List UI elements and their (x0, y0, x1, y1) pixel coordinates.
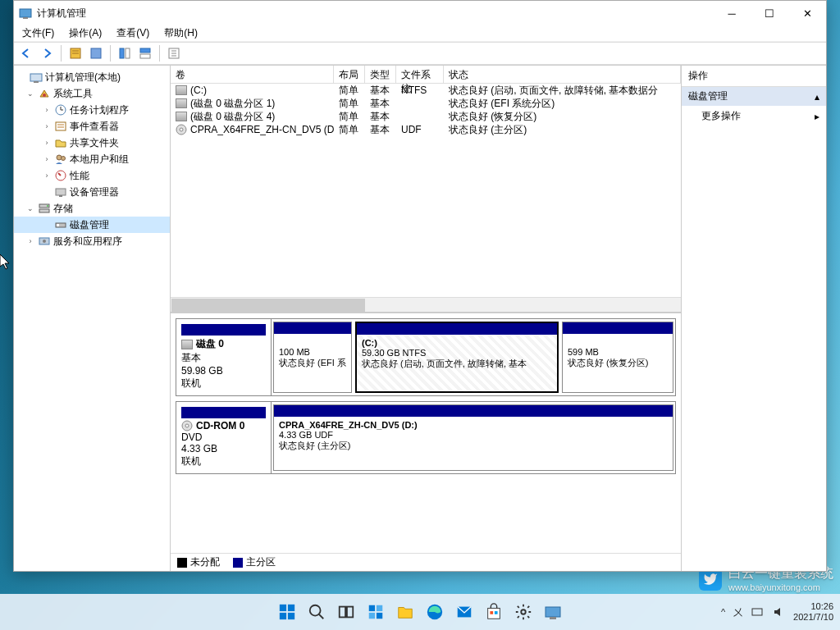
svg-rect-23 (57, 224, 59, 226)
partition-dvd[interactable]: CPRA_X64FRE_ZH-CN_DV5 (D:)4.33 GB UDF状态良… (273, 404, 673, 471)
svg-rect-39 (369, 613, 375, 619)
svg-point-21 (47, 205, 48, 207)
tree-event-viewer[interactable]: ›事件查看器 (14, 118, 170, 135)
system-tray[interactable]: ^ 㐅 10:26 2021/7/10 (721, 601, 833, 623)
settings-button[interactable] (513, 601, 534, 623)
toolbar-btn-5[interactable] (165, 44, 183, 62)
drive-icon (176, 112, 187, 121)
svg-rect-1 (23, 17, 28, 19)
partition-efi[interactable]: 100 MB状态良好 (EFI 系 (273, 322, 352, 393)
taskbar[interactable]: ^ 㐅 10:26 2021/7/10 (0, 594, 840, 630)
volume-row[interactable]: (磁盘 0 磁盘分区 4)简单基本状态良好 (恢复分区) (171, 110, 681, 123)
disk-0-info[interactable]: 磁盘 0 基本 59.98 GB 联机 (176, 319, 272, 395)
svg-rect-48 (550, 617, 556, 619)
minimize-button[interactable]: ─ (713, 1, 751, 25)
partition-recovery[interactable]: 599 MB状态良好 (恢复分区) (562, 322, 673, 393)
tray-chevron-icon[interactable]: ^ (721, 607, 725, 617)
search-button[interactable] (306, 601, 327, 623)
tree-task-scheduler[interactable]: ›任务计划程序 (14, 102, 170, 118)
tree-users-groups[interactable]: ›本地用户和组 (14, 151, 170, 167)
col-fs[interactable]: 文件系统 (396, 66, 444, 83)
chevron-right-icon: ▸ (815, 111, 819, 122)
disc-icon (181, 420, 193, 431)
svg-point-27 (180, 128, 183, 131)
svg-rect-30 (280, 605, 286, 611)
disk-graphical-view: 磁盘 0 基本 59.98 GB 联机 100 MB状态良好 (EFI 系 (C… (171, 312, 681, 553)
svg-point-11 (43, 94, 46, 97)
svg-point-15 (62, 157, 66, 161)
window-title: 计算机管理 (37, 7, 713, 21)
volume-row[interactable]: (磁盘 0 磁盘分区 1)简单基本状态良好 (EFI 系统分区) (171, 97, 681, 110)
task-view-button[interactable] (336, 601, 357, 623)
menu-file[interactable]: 文件(F) (22, 26, 54, 40)
svg-point-29 (185, 424, 189, 427)
mouse-cursor (0, 254, 11, 271)
mail-button[interactable] (454, 601, 475, 623)
tree-storage[interactable]: ⌄存储 (14, 200, 170, 217)
col-status[interactable]: 状态 (444, 66, 681, 83)
tray-volume-icon[interactable] (772, 605, 785, 619)
partition-c[interactable]: (C:)59.30 GB NTFS状态良好 (启动, 页面文件, 故障转储, 基… (355, 322, 559, 393)
toolbar-btn-4[interactable] (136, 44, 154, 62)
close-button[interactable]: ✕ (788, 1, 826, 25)
widgets-button[interactable] (365, 601, 386, 623)
menu-action[interactable]: 操作(A) (69, 26, 102, 40)
disc-icon (176, 124, 187, 135)
cdrom-0-info[interactable]: CD-ROM 0 DVD 4.33 GB 联机 (176, 402, 272, 473)
cdrom-0-row[interactable]: CD-ROM 0 DVD 4.33 GB 联机 CPRA_X64FRE_ZH-C… (176, 401, 676, 474)
svg-rect-40 (377, 613, 382, 619)
svg-rect-36 (347, 607, 353, 618)
tree-performance[interactable]: ›性能 (14, 167, 170, 184)
action-more[interactable]: 更多操作▸ (682, 106, 826, 126)
tray-ime-icon[interactable]: 㐅 (733, 606, 742, 619)
svg-rect-4 (120, 48, 124, 58)
tree-root[interactable]: 计算机管理(本地) (14, 69, 170, 85)
action-section-diskmgmt[interactable]: 磁盘管理▴ (682, 87, 826, 106)
tray-time[interactable]: 10:26 (793, 601, 833, 612)
volume-list[interactable]: (C:)简单基本NTFS状态良好 (启动, 页面文件, 故障转储, 基本数据分 … (171, 84, 681, 297)
drive-icon (176, 98, 187, 108)
tree-system-tools[interactable]: ⌄系统工具 (14, 85, 170, 102)
toolbar-btn-2[interactable] (87, 44, 105, 62)
forward-button[interactable] (38, 44, 56, 62)
start-button[interactable] (276, 601, 298, 623)
tree-services-apps[interactable]: ›服务和应用程序 (14, 233, 170, 249)
col-layout[interactable]: 布局 (334, 66, 365, 83)
tray-network-icon[interactable] (751, 605, 764, 619)
svg-rect-10 (34, 81, 39, 83)
tree-disk-management[interactable]: 磁盘管理 (14, 217, 170, 233)
svg-rect-49 (752, 609, 762, 615)
svg-rect-7 (140, 54, 150, 58)
toolbar-btn-1[interactable] (66, 44, 84, 62)
store-button[interactable] (483, 601, 504, 623)
compmgmt-taskbar-button[interactable] (542, 601, 564, 623)
toolbar-btn-3[interactable] (116, 44, 134, 62)
action-pane: 操作 磁盘管理▴ 更多操作▸ (682, 66, 826, 571)
menu-help[interactable]: 帮助(H) (164, 26, 198, 40)
volume-row[interactable]: CPRA_X64FRE_ZH-CN_DV5 (D:)简单基本UDF状态良好 (主… (171, 123, 681, 136)
edge-button[interactable] (424, 601, 445, 623)
tree-shared-folders[interactable]: ›共享文件夹 (14, 135, 170, 151)
menubar: 文件(F) 操作(A) 查看(V) 帮助(H) (14, 25, 826, 42)
menu-view[interactable]: 查看(V) (116, 26, 149, 40)
svg-rect-17 (56, 189, 66, 195)
h-scrollbar[interactable] (171, 297, 681, 312)
svg-rect-31 (288, 605, 294, 611)
drive-icon (176, 85, 187, 95)
tray-date[interactable]: 2021/7/10 (793, 612, 833, 623)
disk-0-row[interactable]: 磁盘 0 基本 59.98 GB 联机 100 MB状态良好 (EFI 系 (C… (176, 318, 676, 396)
volume-row[interactable]: (C:)简单基本NTFS状态良好 (启动, 页面文件, 故障转储, 基本数据分 (171, 84, 681, 97)
svg-point-34 (310, 605, 321, 616)
svg-rect-3 (91, 48, 101, 58)
tree-device-manager[interactable]: 设备管理器 (14, 184, 170, 200)
col-volume[interactable]: 卷 (171, 66, 334, 83)
toolbar (14, 42, 826, 65)
svg-rect-0 (20, 9, 31, 17)
back-button[interactable] (17, 44, 35, 62)
explorer-button[interactable] (395, 601, 416, 623)
volume-list-header[interactable]: 卷 布局 类型 文件系统 状态 (171, 66, 681, 84)
titlebar[interactable]: 计算机管理 ─ ☐ ✕ (14, 1, 826, 25)
maximize-button[interactable]: ☐ (751, 1, 788, 25)
navigation-tree[interactable]: 计算机管理(本地) ⌄系统工具 ›任务计划程序 ›事件查看器 ›共享文件夹 ›本… (14, 66, 171, 571)
col-type[interactable]: 类型 (365, 66, 396, 83)
